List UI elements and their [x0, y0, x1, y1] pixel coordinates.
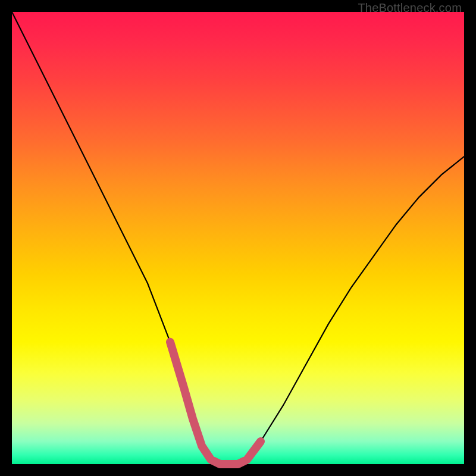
plot-area	[12, 12, 464, 464]
bottleneck-curve	[12, 12, 464, 464]
valley-highlight	[170, 342, 261, 464]
chart-frame: TheBottleneck.com	[0, 0, 476, 476]
watermark-text: TheBottleneck.com	[358, 1, 462, 15]
curve-svg	[12, 12, 464, 464]
